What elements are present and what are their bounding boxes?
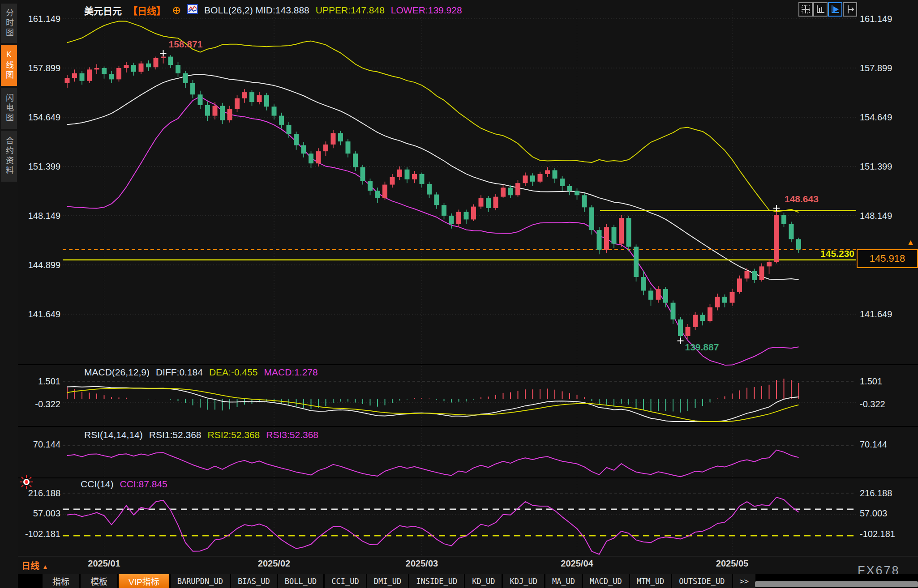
- time-axis-label: 2025/03: [406, 558, 438, 569]
- mini-chart-icon[interactable]: [187, 4, 198, 17]
- axis-label: 157.899: [860, 63, 892, 73]
- axis-label: 70.144: [860, 439, 887, 450]
- toolbar-tab-vip[interactable]: VIP指标: [119, 574, 169, 588]
- toolbar-tab-outside_ud[interactable]: OUTSIDE_UD: [672, 574, 731, 588]
- symbol-title: 美元日元: [84, 4, 122, 17]
- rsi-legend: RSI(14,14,14) RSI1:52.368 RSI2:52.368 RS…: [84, 430, 318, 440]
- rsi3-value: RSI3:52.368: [266, 430, 318, 440]
- axis-label: 148.149: [18, 210, 60, 221]
- axis-label: 57.003: [860, 508, 887, 519]
- toolbar-tab-ma_ud[interactable]: MA_UD: [545, 574, 582, 588]
- toolbar-tab-bias_ud[interactable]: BIAS_UD: [231, 574, 277, 588]
- toolbar-tab-barupdn_ud[interactable]: BARUPDN_UD: [171, 574, 230, 588]
- boll-mid-value: BOLL(26,2) MID:143.888: [204, 5, 309, 16]
- axis-label: 151.399: [860, 161, 892, 172]
- boll-upper-value: UPPER:147.848: [316, 5, 385, 16]
- rsi2-value: RSI2:52.368: [208, 430, 260, 440]
- axis-label: 144.899: [18, 260, 60, 270]
- axis-label: 1.501: [18, 376, 60, 387]
- level-line-label: 145.230: [820, 248, 854, 259]
- toolbar-tab-kdj_ud[interactable]: KDJ_UD: [503, 574, 544, 588]
- toolbar-tab-mtm_ud[interactable]: MTM_UD: [630, 574, 671, 588]
- axis-label: 161.149: [18, 13, 60, 24]
- toolbar-tab-inside_ud[interactable]: INSIDE_UD: [409, 574, 464, 588]
- period-tag: 【日线】: [128, 4, 166, 17]
- time-axis-label: 2025/05: [716, 558, 748, 569]
- axis-label: 70.144: [18, 439, 60, 450]
- macd-macd-value: MACD:1.278: [264, 367, 318, 378]
- period-selector[interactable]: 日线 ▲: [21, 559, 48, 572]
- chart-type-sidebar: 分时图K线图闪电图合约资料: [0, 0, 18, 588]
- toolbar-tab-[interactable]: >>: [733, 574, 755, 588]
- macd-title: MACD(26,12,9): [84, 367, 150, 378]
- add-indicator-icon[interactable]: ⊕: [172, 6, 181, 15]
- axis-shift-button[interactable]: [843, 2, 857, 17]
- time-axis-label: 2025/04: [561, 558, 593, 569]
- toolbar-tab-dmi_ud[interactable]: DMI_UD: [367, 574, 408, 588]
- macd-dea-value: DEA:-0.455: [209, 367, 258, 378]
- axis-label: 154.649: [18, 112, 60, 123]
- axis-label: -0.322: [860, 399, 885, 409]
- toolbar-tab-kd_ud[interactable]: KD_UD: [465, 574, 502, 588]
- toolbar-tab-cci_ud[interactable]: CCI_UD: [325, 574, 365, 588]
- macd-legend: MACD(26,12,9) DIFF:0.184 DEA:-0.455 MACD…: [84, 367, 318, 378]
- toolbar-tab-[interactable]: 指标: [43, 574, 79, 588]
- sidebar-item-4[interactable]: 合约资料: [1, 131, 17, 182]
- axis-label: 216.188: [860, 488, 892, 499]
- axis-label: 148.149: [860, 210, 892, 221]
- trading-app: 分时图K线图闪电图合约资料 美元日元 【日线】 ⊕ BOLL(26,2) MID…: [0, 0, 918, 588]
- last-price-axis-box: 145.918: [857, 249, 918, 268]
- macd-diff-value: DIFF:0.184: [156, 367, 203, 378]
- cci-title: CCI(14): [81, 479, 114, 490]
- time-axis-label: 2025/02: [258, 558, 290, 569]
- axis-chart-button[interactable]: [813, 2, 828, 17]
- sidebar-item-1[interactable]: 分时图: [1, 4, 17, 43]
- axis-label: 154.649: [860, 112, 892, 123]
- axis-label: -102.181: [18, 528, 60, 539]
- live-indicator-icon: [19, 474, 34, 491]
- price-up-arrow-icon: ▲: [906, 239, 915, 246]
- caret-up-icon: ▲: [42, 563, 49, 571]
- main-chart-legend: 美元日元 【日线】 ⊕ BOLL(26,2) MID:143.888 UPPER…: [84, 4, 462, 17]
- rsi1-value: RSI1:52.368: [149, 430, 202, 440]
- axis-label: 141.649: [18, 309, 60, 320]
- boll-lower-value: LOWER:139.928: [391, 5, 462, 16]
- rsi-title: RSI(14,14,14): [84, 430, 143, 440]
- axis-label: 161.149: [860, 13, 892, 24]
- toolbar-tab-boll_ud[interactable]: BOLL_UD: [278, 574, 324, 588]
- sidebar-item-2[interactable]: K线图: [1, 45, 17, 86]
- high-price-label: 158.871: [169, 39, 203, 50]
- axis-label: 157.899: [18, 63, 60, 73]
- tab-scrollbar[interactable]: [755, 581, 918, 587]
- axis-label: -102.181: [860, 528, 895, 539]
- axis-label: 151.399: [18, 161, 60, 172]
- axis-label: 57.003: [18, 508, 60, 519]
- low-price-label: 139.887: [685, 342, 719, 353]
- cci-legend: CCI(14) CCI:87.845: [81, 479, 167, 490]
- axis-label: 1.501: [860, 376, 882, 387]
- axis-chart-active-button[interactable]: [828, 2, 842, 17]
- move-tool-button[interactable]: [798, 2, 813, 17]
- time-axis-label: 2025/01: [88, 558, 120, 569]
- candlestick-chart-canvas[interactable]: [0, 0, 918, 588]
- axis-label: 141.649: [860, 309, 892, 320]
- sidebar-item-3[interactable]: 闪电图: [1, 88, 17, 129]
- axis-label: -0.322: [18, 399, 60, 409]
- cci-value: CCI:87.845: [120, 479, 167, 490]
- recent-high-label: 148.643: [785, 194, 819, 205]
- toolbar-tab-macd_ud[interactable]: MACD_UD: [583, 574, 629, 588]
- toolbar-tab-[interactable]: 模板: [81, 574, 117, 588]
